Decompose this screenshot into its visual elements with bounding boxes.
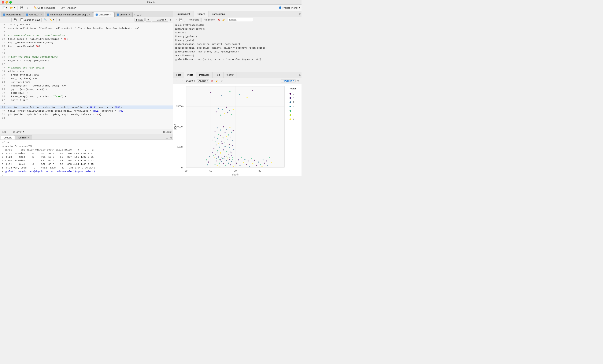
code-line-10: 10 topic_model <- MalletLDA(num.topics =… xyxy=(0,37,173,41)
tab-plots[interactable]: Plots xyxy=(184,72,196,78)
rerun-btn[interactable]: ↺ xyxy=(145,18,151,22)
fullscreen-window-btn[interactable] xyxy=(9,1,12,4)
history-line-10: ggplot(diamonds, aes(depth, price, colou… xyxy=(175,57,300,61)
open-file-btn[interactable]: 📂 ▾ xyxy=(9,6,16,10)
project-selector[interactable]: 👤 Project: (None) ▾ xyxy=(279,6,300,9)
tab-personal-rmd[interactable]: Personal.Rmd xyxy=(1,12,23,17)
svg-point-86 xyxy=(207,164,208,165)
plot-area: 0 - 5000 - 10000 - 15000 - price 50 60 7… xyxy=(173,84,302,176)
collapse-editor-btn[interactable]: — xyxy=(136,14,140,17)
plot-back-btn[interactable]: ← xyxy=(175,79,179,82)
history-search-input[interactable] xyxy=(228,18,253,22)
layout-icon: ⊞ xyxy=(61,6,63,9)
export-icon: ↗ xyxy=(198,80,200,82)
tab-overflow-btn[interactable]: » xyxy=(133,13,136,17)
doc-outline-btn[interactable]: ≡ xyxy=(169,18,172,21)
minimize-console-btn[interactable]: — xyxy=(165,136,169,139)
zoom-icon: ⊕ xyxy=(186,79,188,82)
save-all-btn[interactable]: 🖨 xyxy=(25,6,30,10)
brush-btn[interactable]: 🖌 xyxy=(221,18,226,21)
console-data-3: 3 0.23 Good E VS1 56.9 65 327 4.05 4.07 … xyxy=(2,155,172,159)
window-controls[interactable] xyxy=(2,1,12,4)
layout-btn[interactable]: ⊞ ▾ xyxy=(60,6,66,10)
expand-editor-btn[interactable]: □ xyxy=(140,14,142,17)
load-history-btn[interactable]: ↑ xyxy=(175,18,178,22)
save-history-icon: 💾 xyxy=(179,18,183,21)
clear-plot-btn[interactable]: ✕ xyxy=(210,79,214,82)
source-on-save-check[interactable]: Source on Save xyxy=(20,18,40,21)
tab-files[interactable]: Files xyxy=(173,72,184,78)
minimize-window-btn[interactable] xyxy=(5,1,8,4)
forward-btn[interactable]: → xyxy=(6,18,10,21)
maximize-env-btn[interactable]: □ xyxy=(299,12,302,15)
tab-untitled3[interactable]: Untitled3* ✕ xyxy=(24,12,45,17)
publish-btn[interactable]: ↑ Publish ▾ xyxy=(281,79,296,82)
svg-point-88 xyxy=(238,159,239,160)
close-untitled4[interactable]: ✕ xyxy=(110,13,112,16)
tab-anti-ser[interactable]: anti-ser ✕ xyxy=(114,12,133,17)
tab-untitled4[interactable]: Untitled4* ✕ xyxy=(93,12,114,17)
source-checkbox-input[interactable] xyxy=(20,18,23,21)
zoom-btn[interactable]: ⊕ Zoom xyxy=(185,79,196,82)
svg-point-26 xyxy=(221,161,222,162)
run-btn[interactable]: ▶ Run xyxy=(134,18,145,22)
save-history-btn[interactable]: 💾 xyxy=(178,18,183,22)
tab-label-untitled3: Untitled3* xyxy=(29,13,40,16)
tab-viewer[interactable]: Viewer xyxy=(223,72,237,78)
svg-point-111 xyxy=(225,152,225,153)
save-btn[interactable]: 💾 xyxy=(19,6,24,10)
maximize-console-btn[interactable]: □ xyxy=(170,136,172,139)
maximize-files-btn[interactable]: □ xyxy=(299,73,302,76)
svg-point-112 xyxy=(226,156,226,157)
svg-point-23 xyxy=(219,163,220,164)
code-line-11: 11 topic_model$loadDocuments(docs) xyxy=(0,41,173,44)
go-to-file-btn[interactable]: ✏️ Go to file/function xyxy=(33,6,57,10)
files-tab-label: Files xyxy=(176,74,181,76)
plot-brush-btn[interactable]: 🖌 xyxy=(215,79,219,82)
spellcheck-btn[interactable]: ✏️ ▾ xyxy=(48,18,55,21)
code-editor[interactable]: 6 library(mallet) 7 docs <- mallet.impor… xyxy=(0,23,173,130)
svg-point-74 xyxy=(229,110,230,111)
code-line-18: 18 # Examine the four topics xyxy=(0,66,173,69)
tab-packages[interactable]: Packages xyxy=(196,72,212,78)
svg-point-95 xyxy=(249,166,250,167)
minimize-files-btn[interactable]: — xyxy=(294,73,298,76)
back-btn[interactable]: ← xyxy=(1,18,5,21)
source-btn[interactable]: → Source ▾ xyxy=(152,18,168,22)
tab-help[interactable]: Help xyxy=(212,72,223,78)
clear-history-btn[interactable]: ✕ xyxy=(217,18,221,22)
svg-point-150 xyxy=(290,106,291,107)
tab-connections[interactable]: Connections xyxy=(209,11,228,17)
svg-point-67 xyxy=(215,111,217,112)
plot-refresh-btn[interactable]: ↺ xyxy=(220,79,223,82)
history-content[interactable]: group_by(Prestacne)%% summarise(mean(sco… xyxy=(173,23,302,72)
tab-environment[interactable]: Environment xyxy=(173,11,194,17)
code-line-28: 28 xyxy=(0,102,173,105)
console-content[interactable]: ~/ ⊕ group_by(Prestacne)%% carat cut col… xyxy=(0,140,173,176)
svg-point-134 xyxy=(258,161,259,163)
minimize-env-btn[interactable]: — xyxy=(294,12,298,15)
save-doc-btn[interactable]: 💾 xyxy=(13,18,18,21)
close-terminal[interactable]: ✕ xyxy=(27,136,29,139)
tab-history[interactable]: History xyxy=(194,11,209,17)
format-btn[interactable]: ≡ xyxy=(58,18,61,21)
tab-console[interactable]: Console xyxy=(1,135,15,139)
addins-btn[interactable]: Addins ▾ xyxy=(67,6,78,10)
plot-forward-btn[interactable]: → xyxy=(180,79,184,82)
export-btn[interactable]: ↗ Export ▾ xyxy=(197,79,209,82)
search-btn[interactable]: 🔍 xyxy=(43,18,47,21)
close-scratch[interactable]: ✕ xyxy=(89,13,91,16)
new-file-btn[interactable]: 📄 ▾ xyxy=(1,6,8,10)
close-anti[interactable]: ✕ xyxy=(128,13,130,16)
left-panel: Personal.Rmd Untitled3* ✕ scratch pad fr… xyxy=(0,11,173,176)
top-level-btn[interactable]: (Top Level) ▾ xyxy=(10,130,25,134)
to-source-btn[interactable]: ⇥ To Source xyxy=(201,18,216,22)
tab-terminal[interactable]: Terminal ✕ xyxy=(15,135,32,139)
close-untitled3[interactable]: ✕ xyxy=(40,13,42,16)
tab-scratch-pad[interactable]: scratch pad from antisemitism proj... ✕ xyxy=(45,12,93,17)
to-console-btn[interactable]: → To Console xyxy=(184,18,200,22)
close-window-btn[interactable] xyxy=(2,1,4,4)
svg-point-55 xyxy=(214,130,215,131)
svg-point-136 xyxy=(262,166,263,167)
plot-settings-btn[interactable]: ↺ xyxy=(296,79,300,82)
